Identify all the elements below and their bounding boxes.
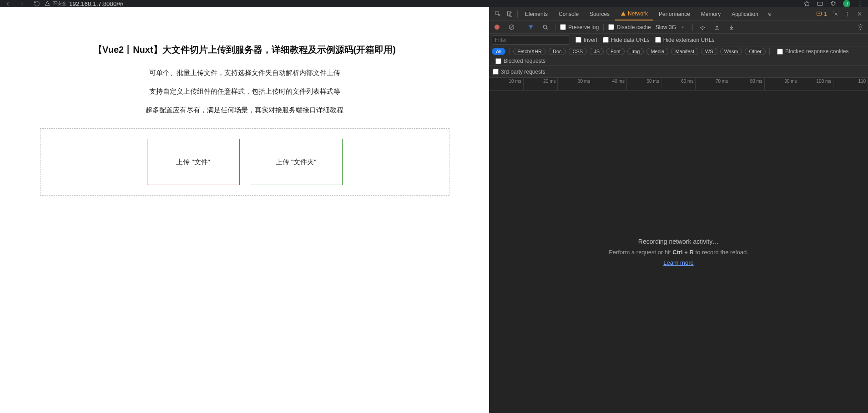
timeline-tick: 60 ms [661,78,696,90]
blocked-requests-checkbox[interactable]: Blocked requests [495,58,545,64]
type-css[interactable]: CSS [569,48,587,55]
svg-point-12 [847,15,848,16]
type-js[interactable]: JS [590,48,604,55]
svg-point-3 [860,5,861,6]
warning-icon [621,11,626,16]
invert-checkbox[interactable]: Invert [575,37,597,43]
timeline-tick: 110 [833,78,868,90]
settings-icon[interactable] [830,10,842,17]
issue-icon [816,11,822,17]
divider [555,24,555,31]
import-har-icon[interactable] [712,22,722,32]
kebab-icon[interactable] [842,11,853,17]
network-conditions-icon[interactable] [697,22,707,32]
clear-button[interactable] [506,22,516,32]
type-doc[interactable]: Doc [549,48,566,55]
read-mode-icon[interactable] [817,0,823,7]
svg-point-9 [835,13,837,15]
forward-icon[interactable] [19,0,25,7]
tab-memory[interactable]: Memory [696,7,726,20]
timeline-tick: 10 ms [489,78,524,90]
reload-icon[interactable] [34,0,40,7]
tab-elements[interactable]: Elements [520,7,553,20]
svg-point-2 [860,3,861,4]
insecure-label: 不安全 [53,0,66,7]
type-all[interactable]: All [492,48,505,55]
preserve-log-checkbox[interactable]: Preserve log [560,24,599,30]
network-filter-bar: Invert Hide data URLs Hide extension URL… [489,34,868,46]
page-desc-1: 可单个、批量上传文件，支持选择文件夹自动解析内部文件上传 [40,69,449,77]
network-settings-icon[interactable] [855,22,865,32]
devtools-panel: Elements Console Sources Network Perform… [489,7,868,413]
menu-icon[interactable] [857,0,863,7]
page-desc-3: 超多配置应有尽有，满足任何场景，真实对接服务端接口详细教程 [40,106,449,115]
svg-rect-0 [818,2,823,5]
network-timeline[interactable]: 10 ms20 ms30 ms40 ms50 ms60 ms70 ms80 ms… [489,78,868,91]
inspect-icon[interactable] [492,7,504,20]
throttling-select[interactable]: Slow 3G [656,24,676,30]
divider [521,24,521,31]
tab-network[interactable]: Network [615,7,653,20]
record-button[interactable] [492,22,502,32]
type-manifest[interactable]: Manifest [671,48,698,55]
tab-console[interactable]: Console [553,7,584,20]
browser-toolbar: 不安全 192.168.1.7:8080/#/ J [0,0,868,7]
more-tabs-icon[interactable] [764,7,776,20]
divider [517,10,518,18]
divider [603,24,604,31]
blocked-cookies-checkbox[interactable]: Blocked response cookies [777,48,848,55]
divider [692,24,693,31]
type-ws[interactable]: WS [701,48,717,55]
devtools-tabs: Elements Console Sources Network Perform… [489,7,868,21]
close-devtools-icon[interactable] [853,11,865,17]
type-font[interactable]: Font [606,48,625,55]
third-party-row: 3rd-party requests [489,66,868,78]
svg-point-8 [819,13,819,14]
type-media[interactable]: Media [646,48,668,55]
type-other[interactable]: Other [745,48,766,55]
disable-cache-checkbox[interactable]: Disable cache [608,24,651,30]
bookmark-icon[interactable] [803,0,810,7]
divider [509,48,510,55]
chevron-down-icon[interactable] [681,25,685,30]
type-img[interactable]: Img [627,48,644,55]
device-toggle-icon[interactable] [504,7,515,20]
timeline-tick: 80 ms [730,78,765,90]
filter-input[interactable] [492,35,570,45]
network-type-bar: All Fetch/XHR Doc CSS JS Font Img Media … [489,46,868,66]
timeline-tick: 20 ms [524,78,558,90]
timeline-tick: 30 ms [558,78,592,90]
tab-performance[interactable]: Performance [653,7,696,20]
filter-toggle-icon[interactable] [526,22,536,32]
network-empty-state: Recording network activity… Perform a re… [489,91,868,413]
upload-file-button[interactable]: 上传 "文件" [147,139,240,185]
learn-more-link[interactable]: Learn more [663,259,693,266]
profile-avatar[interactable]: J [843,0,850,7]
tab-application[interactable]: Application [726,7,764,20]
issues-badge[interactable]: 1 [813,11,830,17]
back-icon[interactable] [5,0,11,7]
type-fetch[interactable]: Fetch/XHR [513,48,546,55]
hide-extension-urls-checkbox[interactable]: Hide extension URLs [655,37,715,43]
svg-point-14 [543,25,546,28]
upload-folder-button[interactable]: 上传 "文件夹" [250,139,343,185]
divider [769,48,770,55]
extensions-icon[interactable] [830,0,837,7]
third-party-checkbox[interactable]: 3rd-party requests [493,69,545,75]
timeline-tick: 50 ms [627,78,661,90]
svg-point-11 [847,14,848,15]
hide-data-urls-checkbox[interactable]: Hide data URLs [603,37,650,43]
export-har-icon[interactable] [727,22,737,32]
tab-sources[interactable]: Sources [584,7,615,20]
page-content: 【Vue2丨Nuxt】大文件切片上传到服务器，详细教程及示例源码(开箱即用) 可… [40,44,449,196]
page-viewport: 【Vue2丨Nuxt】大文件切片上传到服务器，详细教程及示例源码(开箱即用) 可… [0,7,489,413]
upload-dropzone[interactable]: 上传 "文件" 上传 "文件夹" [40,128,449,196]
url-text: 192.168.1.7:8080/#/ [69,0,123,7]
recording-label: Recording network activity… [638,238,719,245]
page-title: 【Vue2丨Nuxt】大文件切片上传到服务器，详细教程及示例源码(开箱即用) [40,44,449,56]
type-wasm[interactable]: Wasm [720,48,742,55]
address-bar[interactable]: 不安全 192.168.1.7:8080/#/ [45,0,803,7]
browser-nav [5,0,40,7]
search-icon[interactable] [540,22,550,32]
svg-point-10 [847,11,848,12]
